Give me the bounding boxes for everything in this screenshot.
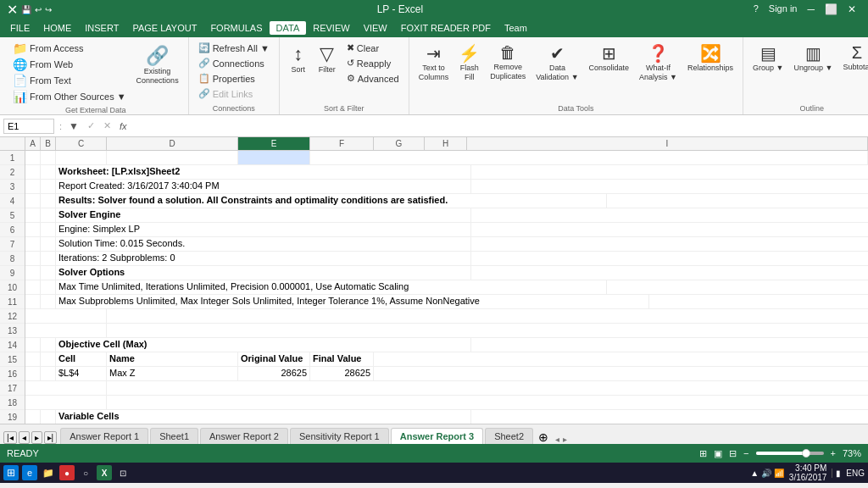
cell-b7[interactable] [41, 237, 56, 251]
edit-links-button[interactable]: 🔗 Edit Links [194, 86, 274, 101]
subtotal-button[interactable]: Σ Subtotal [838, 41, 868, 75]
taskbar-ie-icon[interactable]: e [22, 465, 37, 480]
cell-b19[interactable] [41, 410, 56, 424]
close-button[interactable]: ✕ [843, 3, 861, 15]
col-header-a[interactable]: A [25, 137, 41, 150]
row-12[interactable]: 12 [0, 309, 25, 324]
cell-row17[interactable] [25, 381, 107, 395]
cell-c7[interactable]: Solution Time: 0.015 Seconds. [56, 237, 471, 251]
row-16[interactable]: 16 [0, 367, 25, 381]
cell-c4[interactable]: Results: Solver found a solution. All Co… [56, 194, 607, 208]
advanced-button[interactable]: ⚙ Advanced [342, 71, 403, 86]
row-3[interactable]: 3 [0, 180, 25, 194]
quick-access-undo[interactable]: ↩ [35, 5, 42, 14]
cell-c11[interactable]: Max Subproblems Unlimited, Max Integer S… [56, 295, 649, 308]
cell-a16[interactable] [25, 367, 41, 380]
clear-button[interactable]: ✖ Clear [342, 41, 403, 55]
row-13[interactable]: 13 [0, 324, 25, 338]
cell-row12[interactable] [25, 309, 107, 323]
sign-in[interactable]: Sign in [764, 3, 803, 15]
cell-b2[interactable] [41, 165, 56, 179]
cell-b14[interactable] [41, 338, 56, 352]
zoom-out-icon[interactable]: − [743, 448, 748, 458]
row-5[interactable]: 5 [0, 208, 25, 223]
menu-page-layout[interactable]: PAGE LAYOUT [125, 21, 203, 35]
row-18[interactable]: 18 [0, 396, 25, 410]
tab-scroll-left[interactable]: ◂ [555, 435, 559, 444]
from-text-button[interactable]: 📄 From Text [8, 73, 131, 88]
show-desktop-button[interactable]: ▮ [832, 469, 841, 478]
cell-b4[interactable] [41, 194, 56, 208]
cell-f15[interactable]: Final Value [310, 352, 374, 366]
menu-file[interactable]: FILE [3, 21, 36, 35]
cell-row13[interactable] [25, 324, 107, 337]
view-page-layout-icon[interactable]: ▣ [714, 448, 722, 459]
cell-a2[interactable] [25, 165, 41, 179]
reapply-button[interactable]: ↺ Reapply [342, 56, 403, 70]
cell-c6[interactable]: Engine: Simplex LP [56, 223, 471, 236]
cell-a7[interactable] [25, 237, 41, 251]
expand-formula-icon[interactable]: ▼ [67, 120, 81, 132]
col-header-e[interactable]: E [238, 137, 310, 150]
cell-c8[interactable]: Iterations: 2 Subproblems: 0 [56, 252, 471, 265]
cell-b5[interactable] [41, 208, 56, 222]
function-icon[interactable]: fx [116, 121, 131, 131]
row-8[interactable]: 8 [0, 252, 25, 266]
relationships-button[interactable]: 🔀 Relationships [683, 41, 737, 75]
col-header-c[interactable]: C [56, 137, 107, 150]
tab-sheet2[interactable]: Sheet2 [485, 428, 533, 444]
taskbar-other-icon[interactable]: ⊡ [115, 465, 131, 480]
cell-b10[interactable] [41, 280, 56, 294]
formula-input[interactable] [134, 119, 865, 133]
cell-b6[interactable] [41, 223, 56, 236]
tab-nav-first[interactable]: |◂ [3, 431, 17, 444]
cell-b11[interactable] [41, 295, 56, 308]
properties-button[interactable]: 📋 Properties [194, 71, 274, 86]
taskbar-file-explorer-icon[interactable]: 📁 [41, 465, 56, 480]
cell-d15[interactable]: Name [107, 352, 238, 366]
quick-access-save[interactable]: 💾 [21, 5, 31, 14]
col-header-h[interactable]: H [425, 137, 467, 150]
cell-b9[interactable] [41, 266, 56, 280]
menu-home[interactable]: HOME [36, 21, 78, 35]
row-17[interactable]: 17 [0, 381, 25, 396]
cell-a3[interactable] [25, 180, 41, 193]
quick-access-redo[interactable]: ↪ [45, 5, 52, 14]
menu-insert[interactable]: INSERT [78, 21, 125, 35]
cell-c16[interactable]: $L$4 [56, 367, 107, 380]
cell-c10[interactable]: Max Time Unlimited, Iterations Unlimited… [56, 280, 607, 294]
consolidate-button[interactable]: ⊞ Consolidate [585, 41, 634, 75]
row-2[interactable]: 2 [0, 165, 25, 180]
cell-e16[interactable]: 28625 [238, 367, 310, 380]
row-10[interactable]: 10 [0, 280, 25, 295]
menu-data[interactable]: DATA [270, 21, 307, 35]
tab-answer-report-3[interactable]: Answer Report 3 [391, 428, 483, 444]
tab-nav-next[interactable]: ▸ [31, 431, 42, 444]
cell-c2[interactable]: Worksheet: [LP.xlsx]Sheet2 [56, 165, 471, 179]
existing-connections-button[interactable]: 🔗 ExistingConnections [132, 41, 183, 100]
restore-button[interactable]: ⬜ [820, 3, 843, 15]
from-other-sources-button[interactable]: 📊 From Other Sources ▼ [8, 89, 131, 104]
cell-row18[interactable] [25, 396, 107, 409]
cell-b15[interactable] [41, 352, 56, 366]
connections-button[interactable]: 🔗 Connections [194, 56, 274, 70]
row-14[interactable]: 14 [0, 338, 25, 352]
zoom-in-icon[interactable]: + [831, 448, 836, 458]
menu-view[interactable]: VIEW [357, 21, 394, 35]
cell-c19[interactable]: Variable Cells [56, 410, 471, 424]
cell-d1[interactable] [107, 151, 238, 164]
start-button[interactable]: ⊞ [3, 465, 19, 480]
help-button[interactable]: ? [748, 3, 764, 15]
filter-button[interactable]: ▽ Filter [314, 41, 341, 77]
col-header-f[interactable]: F [310, 137, 374, 150]
cell-a8[interactable] [25, 252, 41, 265]
zoom-slider[interactable] [756, 452, 824, 455]
cell-a19[interactable] [25, 410, 41, 424]
cell-b3[interactable] [41, 180, 56, 193]
tab-scroll-right[interactable]: ▸ [563, 435, 567, 444]
cell-a15[interactable] [25, 352, 41, 366]
tab-sensitivity-report-1[interactable]: Sensitivity Report 1 [290, 428, 389, 444]
cell-a5[interactable] [25, 208, 41, 222]
row-4[interactable]: 4 [0, 194, 25, 208]
flash-fill-button[interactable]: ⚡ FlashFill [454, 41, 484, 85]
